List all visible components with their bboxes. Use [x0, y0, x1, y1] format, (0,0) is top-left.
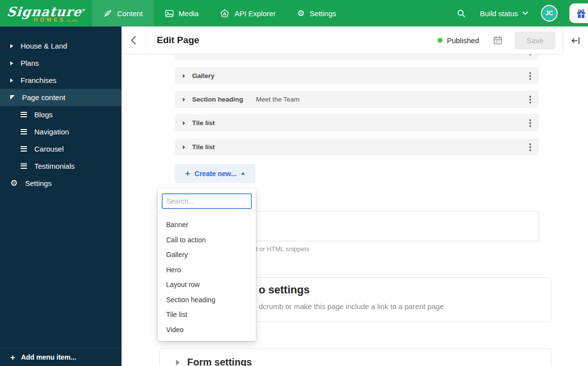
- logo-est-text: Est. 1983: [67, 19, 77, 22]
- sidebar-item-settings[interactable]: ⚙ Settings: [0, 175, 122, 192]
- sidebar-item-label: Page content: [22, 93, 65, 102]
- primary-nav: Content Media API Explorer ⚙ Settings: [92, 0, 347, 26]
- kebab-menu-icon[interactable]: [529, 146, 531, 148]
- dropdown-list: Banner Call to action Gallery Hero Layou…: [158, 212, 256, 337]
- sidebar-item-navigation[interactable]: Navigation: [0, 123, 122, 140]
- dropdown-item-layout-row[interactable]: Layout row: [158, 277, 256, 292]
- collapsed-triangle-icon: [10, 44, 13, 48]
- kebab-menu-icon[interactable]: [529, 122, 531, 124]
- section-row-tile-list-1[interactable]: Tile list: [175, 114, 539, 131]
- section-row-label: Gallery: [192, 72, 215, 79]
- kebab-menu-icon[interactable]: [529, 75, 531, 77]
- sidebar-item-page-content[interactable]: Page content: [0, 89, 122, 106]
- section-row-section-heading[interactable]: Section heading Meet the Team: [175, 91, 539, 108]
- tab-settings[interactable]: ⚙ Settings: [287, 0, 347, 26]
- schedule-button[interactable]: [493, 35, 503, 45]
- sidebar-item-label: Franchises: [21, 76, 56, 84]
- dropdown-item-banner[interactable]: Banner: [158, 217, 256, 233]
- sidebar-item-blogs[interactable]: Blogs: [0, 106, 122, 123]
- search-input[interactable]: [162, 193, 252, 209]
- media-icon: [165, 9, 174, 18]
- section-row-partial[interactable]: [175, 54, 539, 60]
- tab-media-label: Media: [179, 9, 199, 18]
- build-status-label: Build status: [480, 9, 518, 18]
- section-row-label: Tile list: [192, 119, 215, 127]
- kebab-menu-icon[interactable]: [529, 99, 531, 101]
- search-button[interactable]: [457, 9, 466, 18]
- dropdown-item-gallery[interactable]: Gallery: [158, 247, 256, 262]
- api-icon: [220, 9, 229, 18]
- sidebar-item-label: Testimonials: [34, 162, 75, 170]
- add-menu-item-label: Add menu item...: [21, 353, 76, 361]
- expanded-triangle-icon: [10, 95, 15, 100]
- search-icon: [457, 9, 466, 18]
- sidebar-item-franchises[interactable]: Franchises: [0, 72, 122, 89]
- topbar-right-cluster: Build status JC: [457, 0, 588, 26]
- section-row-tile-list-2[interactable]: Tile list: [175, 138, 539, 156]
- back-button[interactable]: [122, 26, 146, 54]
- collapsed-triangle-icon[interactable]: [176, 360, 180, 366]
- tab-api-explorer-label: API Explorer: [234, 9, 275, 18]
- tab-content[interactable]: Content: [92, 0, 154, 26]
- gear-icon: ⚙: [297, 9, 305, 18]
- create-new-button[interactable]: + Create new...: [175, 164, 255, 183]
- dropdown-item-hero[interactable]: Hero: [158, 262, 256, 278]
- status-badge: Published: [438, 36, 479, 45]
- settings-card-description: dcrumb or make this page include a link …: [259, 302, 444, 311]
- add-menu-item-button[interactable]: + Add menu item...: [0, 348, 122, 366]
- tab-media[interactable]: Media: [154, 0, 210, 26]
- collapse-left-arrow-icon: [571, 36, 581, 46]
- build-status-menu[interactable]: Build status: [480, 9, 528, 18]
- top-navigation-bar: Signature® HOMES Est. 1983 Content Media…: [0, 0, 588, 26]
- tab-settings-label: Settings: [310, 9, 336, 18]
- section-row-label: Tile list: [192, 143, 215, 151]
- published-dot-icon: [438, 38, 442, 43]
- left-sidebar: House & Land Plans Franchises Page conte…: [0, 26, 122, 366]
- section-row-label: Section heading: [192, 96, 243, 103]
- list-icon: [21, 112, 27, 117]
- dropdown-item-section-heading[interactable]: Section heading: [158, 292, 256, 308]
- collapsed-triangle-icon: [10, 78, 13, 82]
- sidebar-item-plans[interactable]: Plans: [0, 54, 122, 72]
- create-new-label: Create new...: [195, 170, 237, 178]
- tab-content-label: Content: [117, 9, 143, 18]
- chevron-up-icon: [241, 172, 245, 175]
- collapsed-triangle-icon[interactable]: [183, 74, 185, 78]
- tab-api-explorer[interactable]: API Explorer: [209, 0, 286, 26]
- collapsed-triangle-icon[interactable]: [183, 121, 185, 125]
- avatar[interactable]: JC: [541, 5, 558, 22]
- form-settings-header[interactable]: Form settings: [160, 349, 551, 366]
- section-row-gallery[interactable]: Gallery: [175, 67, 539, 84]
- gift-button[interactable]: [569, 3, 588, 23]
- sidebar-item-label: Plans: [21, 59, 39, 67]
- plus-icon: +: [10, 353, 15, 362]
- registered-mark: ®: [81, 8, 86, 12]
- form-settings-card: Form settings: [159, 348, 551, 366]
- logo-script-text: Signature: [6, 4, 82, 19]
- collapse-panel-button[interactable]: [563, 26, 588, 54]
- sidebar-item-carousel[interactable]: Carousel: [0, 140, 122, 157]
- sidebar-item-label: Carousel: [34, 145, 64, 153]
- collapsed-triangle-icon[interactable]: [183, 145, 185, 149]
- dropdown-item-call-to-action[interactable]: Call to action: [158, 233, 256, 248]
- dropdown-item-tile-list[interactable]: Tile list: [158, 307, 256, 322]
- settings-card-title: o settings: [259, 284, 310, 296]
- chevron-left-icon: [131, 36, 136, 45]
- sidebar-item-label: Navigation: [34, 128, 69, 136]
- brand-logo[interactable]: Signature® HOMES Est. 1983: [0, 0, 92, 26]
- gift-icon: [575, 7, 587, 19]
- app-window: Signature® HOMES Est. 1983 Content Media…: [0, 0, 588, 366]
- list-icon: [21, 129, 27, 134]
- sidebar-item-house-and-land[interactable]: House & Land: [0, 37, 122, 54]
- save-button[interactable]: Save: [514, 31, 556, 50]
- list-icon: [21, 163, 27, 169]
- plus-icon: +: [185, 169, 190, 178]
- collapsed-triangle-icon: [10, 61, 13, 65]
- page-header-inner: Edit Page Published Save: [122, 26, 563, 54]
- collapsed-triangle-icon[interactable]: [183, 98, 185, 102]
- header-actions: Published Save: [438, 31, 563, 50]
- sidebar-item-testimonials[interactable]: Testimonials: [0, 157, 122, 175]
- quill-icon: [103, 9, 112, 18]
- section-row-value: Meet the Team: [256, 96, 299, 103]
- dropdown-item-video[interactable]: Video: [158, 322, 256, 338]
